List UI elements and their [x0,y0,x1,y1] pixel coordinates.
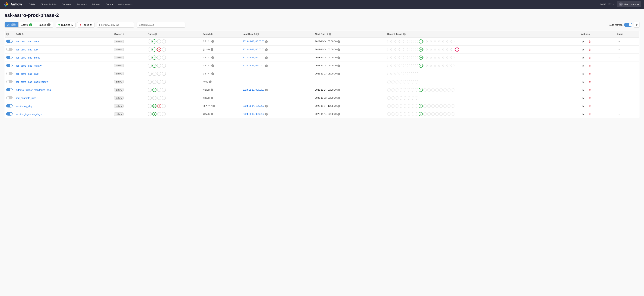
dag-name-link-find_example_runs[interactable]: find_example_runs [16,97,36,99]
schedule-info-icon[interactable]: i [210,113,213,115]
schedule-info-icon[interactable]: i [209,80,212,83]
dag-name-link-ask_astro_load_registry[interactable]: ask_astro_load_registry [16,64,42,67]
task-count-circle[interactable]: 13 [419,55,423,60]
last-run-link[interactable]: 2023-11-14, 10:50:00 [243,105,264,107]
dag-toggle-monitoring_dag[interactable] [6,104,12,108]
last-run-link[interactable]: 2023-11-13, 00:00:00 [243,113,264,115]
dag-name-link-external_trigger_monitoring_dag[interactable]: external_trigger_monitoring_dag [16,89,51,91]
task-count-circle[interactable]: 5 [419,104,423,108]
dag-toggle-ask_astro_load_stackoverflow[interactable] [6,80,12,83]
delete-dag-button[interactable]: 🗑 [587,104,592,108]
delete-dag-button[interactable]: 🗑 [587,96,592,100]
task-count-circle[interactable]: 3 [419,39,423,43]
more-links-button[interactable]: ··· [617,104,622,108]
dag-toggle-external_trigger_monitoring_dag[interactable] [6,88,12,91]
tab-paused[interactable]: Paused 4 [35,22,53,27]
dag-name-link-monitor_ingestion_dags[interactable]: monitor_ingestion_dags [16,113,42,116]
more-links-button[interactable]: ··· [617,39,622,44]
dag-info-icon[interactable]: i [6,33,9,35]
last-run-info-icon[interactable]: i [265,65,268,67]
more-links-button[interactable]: ··· [617,71,622,76]
last-run-link[interactable]: 2023-11-13, 05:00:00 [243,40,264,43]
dag-name-link-ask_astro_load_blogs[interactable]: ask_astro_load_blogs [16,40,39,43]
tab-all[interactable]: All 10 [5,22,18,27]
next-run-info-icon[interactable]: i [329,33,332,35]
dag-toggle-ask_astro_load_blogs[interactable] [6,40,12,43]
next-run-info-icon[interactable]: i [338,89,340,91]
task-count-circle[interactable]: 1 [419,112,423,116]
next-run-info-icon[interactable]: i [338,65,340,67]
trigger-dag-button[interactable]: ▶ [581,79,586,84]
run-circle[interactable]: 10 [152,55,156,60]
schedule-info-icon[interactable]: i [212,105,215,107]
dag-name-link-ask_astro_load_bulk[interactable]: ask_astro_load_bulk [16,48,38,51]
task-count-circle[interactable]: 6 [419,64,423,68]
trigger-dag-button[interactable]: ▶ [581,87,586,92]
more-links-button[interactable]: ··· [617,79,622,84]
run-circle[interactable]: 2623 [152,104,156,108]
dag-toggle-find_example_runs[interactable] [6,96,12,99]
last-run-info-icon[interactable]: i [265,105,268,108]
run-circle[interactable]: 20 [152,88,156,92]
run-circle[interactable]: 1 [152,112,156,116]
last-run-info-icon[interactable]: i [265,113,268,116]
next-run-info-icon[interactable]: i [338,73,340,75]
dag-toggle-ask_astro_load_bulk[interactable] [6,48,12,51]
next-run-info-icon[interactable]: i [338,97,340,99]
owner-sort-icon[interactable]: ⇅ [123,33,124,35]
delete-dag-button[interactable]: 🗑 [587,47,592,52]
last-run-link[interactable]: 2023-11-13, 05:00:00 [243,56,264,59]
last-run-info-icon[interactable]: i [265,89,268,91]
delete-dag-button[interactable]: 🗑 [587,79,592,84]
task-extra-count-circle[interactable]: 1 [455,47,459,52]
trigger-dag-button[interactable]: ▶ [581,63,586,68]
run-circle[interactable]: 10 [152,64,156,68]
next-run-info-icon[interactable]: i [338,48,340,51]
nav-item-admin[interactable]: Admin ▾ [90,2,103,7]
dag-name-link-ask_astro_load_slack[interactable]: ask_astro_load_slack [16,72,39,75]
delete-dag-button[interactable]: 🗑 [587,55,592,60]
delete-dag-button[interactable]: 🗑 [587,71,592,76]
more-links-button[interactable]: ··· [617,87,622,92]
brand[interactable]: Airflow [3,1,22,7]
last-run-sort-icon[interactable]: ⇅ [254,33,256,35]
last-run-link[interactable]: 2023-11-13, 05:00:00 [243,64,264,67]
nav-item-docs[interactable]: Docs ▾ [103,2,115,7]
nav-item-astronomer[interactable]: Astronomer ▾ [116,2,135,7]
dag-name-link-ask_astro_load_github[interactable]: ask_astro_load_github [16,56,40,59]
run-circle[interactable]: 10 [157,47,161,52]
delete-dag-button[interactable]: 🗑 [587,39,592,44]
next-run-info-icon[interactable]: i [338,105,340,108]
task-count-circle[interactable]: 24 [419,47,423,52]
schedule-info-icon[interactable]: i [210,48,213,51]
search-input[interactable] [136,22,186,27]
trigger-dag-button[interactable]: ▶ [581,104,586,108]
trigger-dag-button[interactable]: ▶ [581,39,586,44]
dag-toggle-monitor_ingestion_dags[interactable] [6,112,12,116]
schedule-info-icon[interactable]: i [211,64,214,67]
tab-active[interactable]: Active 6 [18,22,35,27]
last-run-info-icon[interactable]: i [265,40,268,43]
trigger-dag-button[interactable]: ▶ [581,47,586,52]
dag-name-link-monitoring_dag[interactable]: monitoring_dag [16,105,32,108]
recent-tasks-info-icon[interactable]: i [403,33,406,35]
dag-toggle-ask_astro_load_github[interactable] [6,56,12,59]
next-run-info-icon[interactable]: i [338,40,340,43]
trigger-dag-button[interactable]: ▶ [581,112,586,117]
tag-filter-input[interactable] [97,22,134,27]
task-count-circle[interactable]: 1 [419,88,423,92]
schedule-info-icon[interactable]: i [210,97,213,99]
next-run-info-icon[interactable]: i [338,113,340,116]
last-run-link[interactable]: 2023-11-13, 00:00:00 [243,89,264,91]
last-run-info-icon[interactable]: i [265,56,268,59]
failed-filter-button[interactable]: Failed 0 [77,22,94,27]
dag-name-link-ask_astro_load_stackoverflow[interactable]: ask_astro_load_stackoverflow [16,80,48,83]
run-circle[interactable]: 10 [152,39,156,43]
time-display[interactable]: 10:56 UTC ▾ [600,3,614,6]
schedule-info-icon[interactable]: i [211,40,214,43]
delete-dag-button[interactable]: 🗑 [587,112,592,117]
refresh-button[interactable]: ↻ [634,22,640,27]
trigger-dag-button[interactable]: ▶ [581,96,586,100]
last-run-info-icon[interactable]: i [256,33,259,35]
run-circle[interactable]: 12 [152,47,156,52]
